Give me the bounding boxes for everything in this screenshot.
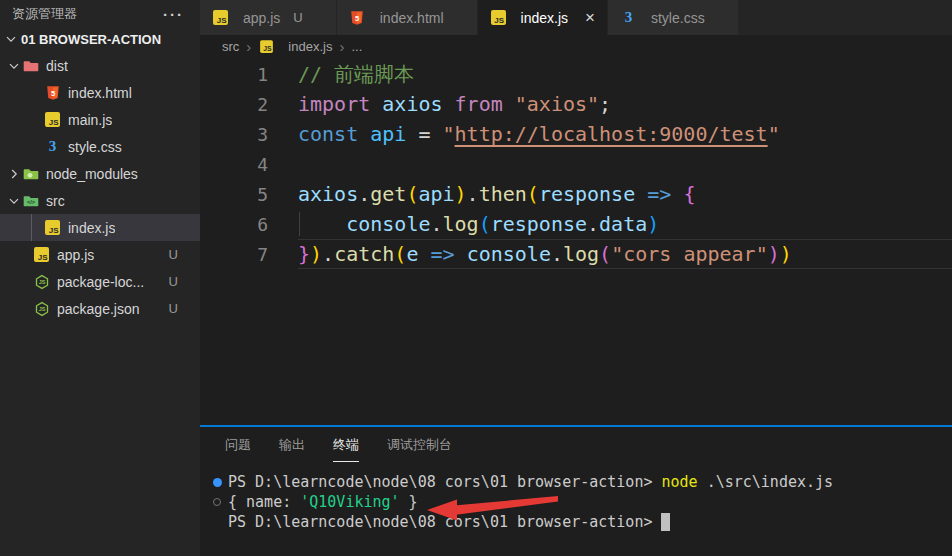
- tree-item-index.js[interactable]: JSindex.js: [0, 214, 200, 241]
- code-token: (: [394, 242, 406, 266]
- code-line-1: 1// 前端脚本: [200, 59, 952, 89]
- explorer-title: 资源管理器: [12, 5, 77, 23]
- panel-tab-输出[interactable]: 输出: [279, 432, 305, 458]
- html-icon: 5: [349, 9, 366, 26]
- editor-tab-bar: JSapp.jsU5index.htmlJSindex.js×3style.cs…: [200, 0, 952, 35]
- panel-tab-终端[interactable]: 终端: [333, 432, 359, 458]
- vscode-window: 资源管理器 ··· 01 BROWSER-ACTION dist5index.h…: [0, 0, 952, 556]
- command-decoration-icon: [206, 498, 228, 506]
- terminal-text: PS D:\learncode\node\08 cors\01 browser-…: [228, 512, 661, 532]
- more-actions-icon[interactable]: ···: [163, 6, 184, 23]
- panel-tab-调试控制台[interactable]: 调试控制台: [387, 432, 452, 458]
- panel-tab-问题[interactable]: 问题: [225, 432, 251, 458]
- tree-item-package-loc...[interactable]: JSpackage-loc...U: [0, 268, 200, 295]
- code-token: data: [599, 212, 647, 236]
- js-icon: JS: [490, 9, 507, 26]
- code-token: (: [599, 242, 611, 266]
- code-line-7: 7}).catch(e => console.log("cors appear"…: [200, 239, 952, 269]
- tree-item-label: style.css: [68, 139, 122, 155]
- gray-circle-icon: [213, 498, 221, 506]
- code-token: [503, 92, 515, 116]
- tab-label: app.js: [243, 10, 280, 26]
- js-file-icon: JS: [45, 220, 60, 235]
- breadcrumb-item-index.js[interactable]: JSindex.js: [258, 38, 332, 55]
- tab-index.html[interactable]: 5index.html: [337, 0, 478, 35]
- code-token: .: [587, 212, 599, 236]
- code-token: .: [358, 182, 370, 206]
- code-content: // 前端脚本: [298, 61, 414, 88]
- js-icon: JS: [212, 9, 229, 26]
- code-token: ): [768, 242, 780, 266]
- git-status-badge: U: [169, 247, 178, 262]
- git-status-badge: U: [169, 301, 178, 316]
- js-file-icon: JS: [45, 112, 60, 127]
- tree-item-index.html[interactable]: 5index.html: [0, 79, 200, 106]
- code-token: catch: [334, 242, 394, 266]
- tree-item-label: package-loc...: [57, 274, 144, 290]
- breadcrumb-label: src: [222, 39, 239, 54]
- code-token: console: [467, 242, 551, 266]
- tree-item-node_modules[interactable]: node_modules: [0, 160, 200, 187]
- line-number: 5: [200, 184, 268, 205]
- js-file-icon: JS: [491, 10, 506, 25]
- code-token: e: [406, 242, 418, 266]
- tree-item-dist[interactable]: dist: [0, 52, 200, 79]
- code-token: (: [406, 182, 418, 206]
- tab-style.css[interactable]: 3style.css: [608, 0, 739, 35]
- breadcrumb-item-...[interactable]: ...: [351, 39, 362, 54]
- code-token: [455, 242, 467, 266]
- js-icon: JS: [44, 219, 61, 236]
- terminal-text: 'Q10Viking': [300, 492, 399, 512]
- css-file-icon: 3: [49, 139, 57, 154]
- tab-app.js[interactable]: JSapp.jsU: [200, 0, 337, 35]
- terminal[interactable]: PS D:\learncode\node\08 cors\01 browser-…: [200, 463, 952, 532]
- folder-node-icon: [22, 165, 39, 182]
- code-content: const api = "http://localhost:9000/test": [298, 122, 780, 146]
- tree-item-main.js[interactable]: JSmain.js: [0, 106, 200, 133]
- bottom-panel: 问题输出终端调试控制台 PS D:\learncode\node\08 cors…: [200, 425, 952, 556]
- tree-item-label: index.js: [68, 220, 115, 236]
- tree-item-app.js[interactable]: JSapp.jsU: [0, 241, 200, 268]
- svg-text:JS: JS: [38, 306, 45, 312]
- close-icon[interactable]: ×: [585, 9, 595, 26]
- code-editor[interactable]: 1// 前端脚本2import axios from "axios";3cons…: [200, 57, 952, 425]
- tree-item-src[interactable]: </>src: [0, 187, 200, 214]
- code-token: [298, 212, 346, 236]
- chevron-right-icon: [6, 166, 22, 182]
- code-token: api: [418, 182, 454, 206]
- explorer-section-header[interactable]: 01 BROWSER-ACTION: [0, 25, 200, 52]
- line-number: 1: [200, 64, 268, 85]
- folder-src-icon: </>: [22, 192, 39, 209]
- blue-dot-icon: [213, 478, 222, 487]
- js-icon: JS: [260, 39, 274, 53]
- code-token: (: [479, 212, 491, 236]
- chevron-right-icon: ›: [339, 38, 344, 55]
- code-token: ): [310, 242, 322, 266]
- tab-label: index.html: [380, 10, 444, 26]
- breadcrumb-label: index.js: [288, 39, 332, 54]
- css-icon: 3: [44, 138, 61, 155]
- node-icon: JS: [33, 300, 50, 317]
- tab-label: index.js: [521, 10, 568, 26]
- tree-item-label: index.html: [68, 85, 132, 101]
- code-token: http://localhost:9000/test: [455, 122, 768, 146]
- chevron-right-icon: ›: [246, 38, 251, 55]
- tree-item-label: app.js: [57, 247, 94, 263]
- tree-item-style.css[interactable]: 3style.css: [0, 133, 200, 160]
- code-token: api: [370, 122, 406, 146]
- code-token: import: [298, 92, 370, 116]
- code-token: "axios": [515, 92, 599, 116]
- breadcrumb-item-src[interactable]: src: [222, 39, 239, 54]
- tab-index.js[interactable]: JSindex.js×: [478, 0, 608, 35]
- svg-text:</>: </>: [27, 199, 35, 205]
- code-token: [671, 182, 683, 206]
- svg-text:5: 5: [50, 88, 54, 97]
- code-token: [443, 92, 455, 116]
- tab-label: style.css: [651, 10, 705, 26]
- code-token: log: [563, 242, 599, 266]
- tree-item-label: dist: [46, 58, 68, 74]
- code-line-4: 4: [200, 149, 952, 179]
- js-icon: JS: [33, 246, 50, 263]
- code-line-2: 2import axios from "axios";: [200, 89, 952, 119]
- tree-item-package.json[interactable]: JSpackage.jsonU: [0, 295, 200, 322]
